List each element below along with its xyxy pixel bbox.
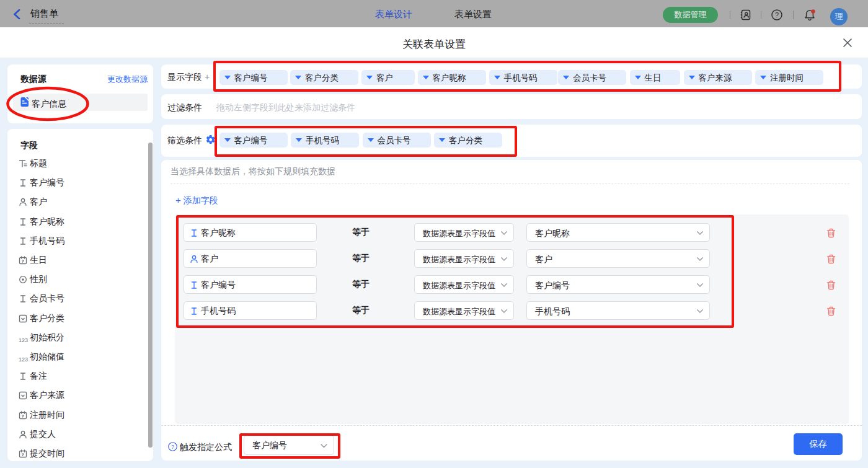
svg-text:?: ? [171,444,174,450]
svg-text:?: ? [775,11,779,19]
